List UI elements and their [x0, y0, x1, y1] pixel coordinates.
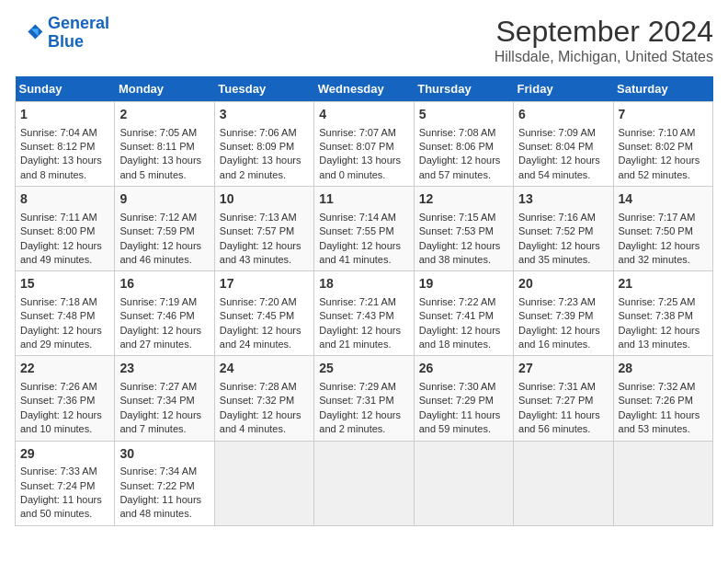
day-info-line: Sunset: 7:55 PM: [319, 224, 408, 238]
day-info-line: Daylight: 13 hours: [119, 154, 209, 167]
day-info-line: Daylight: 11 hours: [119, 493, 209, 507]
day-number: 14: [619, 190, 708, 209]
day-header-wednesday: Wednesday: [314, 76, 414, 102]
calendar-cell: 28Sunrise: 7:32 AMSunset: 7:26 PMDayligh…: [613, 356, 712, 441]
calendar-week-row: 22Sunrise: 7:26 AMSunset: 7:36 PMDayligh…: [16, 356, 713, 441]
day-info-line: and 8 minutes.: [20, 168, 109, 182]
day-info-line: and 0 minutes.: [319, 168, 408, 182]
day-number: 17: [220, 275, 309, 293]
day-number: 29: [20, 445, 109, 464]
day-info-line: Daylight: 11 hours: [419, 408, 508, 422]
calendar-cell: 27Sunrise: 7:31 AMSunset: 7:27 PMDayligh…: [514, 356, 613, 441]
day-info-line: Sunset: 7:24 PM: [20, 479, 109, 493]
day-info-line: Sunrise: 7:13 AM: [220, 211, 309, 224]
day-info-line: Sunrise: 7:31 AM: [518, 380, 608, 394]
day-number: 21: [619, 275, 708, 293]
day-info-line: Sunset: 7:45 PM: [220, 309, 309, 323]
day-info-line: and 53 minutes.: [619, 422, 708, 436]
day-info-line: and 27 minutes.: [119, 338, 209, 351]
day-info-line: Sunset: 7:36 PM: [20, 394, 109, 408]
day-info-line: Sunset: 7:38 PM: [619, 309, 708, 323]
day-number: 22: [20, 360, 109, 378]
day-info-line: Sunrise: 7:34 AM: [119, 465, 209, 478]
day-info-line: Sunrise: 7:32 AM: [619, 380, 708, 394]
day-info-line: Daylight: 12 hours: [20, 324, 109, 338]
day-number: 25: [319, 360, 408, 378]
day-info-line: Sunrise: 7:20 AM: [220, 295, 309, 309]
day-number: 26: [419, 360, 508, 378]
day-info-line: Daylight: 12 hours: [20, 408, 109, 422]
calendar-cell: 8Sunrise: 7:11 AMSunset: 8:00 PMDaylight…: [16, 187, 115, 271]
logo-icon: [15, 18, 44, 48]
day-info-line: Sunset: 7:41 PM: [419, 309, 508, 323]
day-info-line: Daylight: 12 hours: [119, 408, 209, 422]
day-number: 6: [518, 106, 608, 124]
calendar-cell: 13Sunrise: 7:16 AMSunset: 7:52 PMDayligh…: [514, 187, 613, 271]
calendar-cell: 5Sunrise: 7:08 AMSunset: 8:06 PMDaylight…: [414, 102, 513, 187]
calendar-cell: 12Sunrise: 7:15 AMSunset: 7:53 PMDayligh…: [414, 187, 513, 271]
day-info-line: Sunrise: 7:22 AM: [419, 295, 508, 309]
day-info-line: and 43 minutes.: [220, 253, 309, 267]
calendar-cell: 22Sunrise: 7:26 AMSunset: 7:36 PMDayligh…: [16, 356, 115, 441]
day-info-line: and 5 minutes.: [119, 168, 209, 182]
day-info-line: Daylight: 12 hours: [20, 239, 109, 253]
day-info-line: Sunrise: 7:11 AM: [20, 211, 109, 224]
day-number: 12: [419, 190, 508, 209]
day-number: 3: [220, 106, 309, 124]
day-info-line: Daylight: 12 hours: [518, 239, 608, 253]
calendar-cell: 6Sunrise: 7:09 AMSunset: 8:04 PMDaylight…: [514, 102, 613, 187]
day-info-line: and 29 minutes.: [20, 338, 109, 351]
day-info-line: and 10 minutes.: [20, 422, 109, 436]
day-number: 11: [319, 190, 408, 209]
day-info-line: Sunrise: 7:19 AM: [119, 295, 209, 309]
calendar-cell: 11Sunrise: 7:14 AMSunset: 7:55 PMDayligh…: [314, 187, 414, 271]
day-info-line: Sunrise: 7:29 AM: [319, 380, 408, 394]
day-info-line: and 52 minutes.: [619, 168, 708, 182]
calendar-cell: 23Sunrise: 7:27 AMSunset: 7:34 PMDayligh…: [115, 356, 214, 441]
calendar-cell: 9Sunrise: 7:12 AMSunset: 7:59 PMDaylight…: [115, 187, 214, 271]
calendar-table: SundayMondayTuesdayWednesdayThursdayFrid…: [15, 76, 713, 526]
day-info-line: Sunrise: 7:15 AM: [419, 211, 508, 224]
day-info-line: and 32 minutes.: [619, 253, 708, 267]
calendar-cell: 17Sunrise: 7:20 AMSunset: 7:45 PMDayligh…: [214, 271, 313, 356]
day-info-line: Daylight: 12 hours: [319, 324, 408, 338]
day-header-sunday: Sunday: [16, 76, 115, 102]
day-info-line: Sunset: 7:43 PM: [319, 309, 408, 323]
calendar-cell: [613, 441, 712, 525]
day-info-line: Daylight: 11 hours: [619, 408, 708, 422]
day-info-line: and 59 minutes.: [419, 422, 508, 436]
day-info-line: and 50 minutes.: [20, 507, 109, 521]
calendar-cell: 29Sunrise: 7:33 AMSunset: 7:24 PMDayligh…: [16, 441, 115, 525]
day-number: 1: [20, 106, 109, 124]
day-info-line: Sunset: 7:59 PM: [119, 224, 209, 238]
logo: General Blue: [15, 15, 109, 52]
day-info-line: Sunset: 8:07 PM: [319, 140, 408, 154]
day-info-line: Sunset: 7:27 PM: [518, 394, 608, 408]
calendar-cell: 16Sunrise: 7:19 AMSunset: 7:46 PMDayligh…: [115, 271, 214, 356]
day-info-line: and 54 minutes.: [518, 168, 608, 182]
day-info-line: Sunrise: 7:07 AM: [319, 126, 408, 140]
day-info-line: Sunrise: 7:21 AM: [319, 295, 408, 309]
day-info-line: Sunrise: 7:23 AM: [518, 295, 608, 309]
day-header-monday: Monday: [115, 76, 214, 102]
calendar-week-row: 1Sunrise: 7:04 AMSunset: 8:12 PMDaylight…: [16, 102, 713, 187]
day-info-line: Sunrise: 7:04 AM: [20, 126, 109, 140]
day-info-line: Daylight: 12 hours: [619, 154, 708, 167]
calendar-cell: 10Sunrise: 7:13 AMSunset: 7:57 PMDayligh…: [214, 187, 313, 271]
day-info-line: Sunrise: 7:26 AM: [20, 380, 109, 394]
calendar-cell: 18Sunrise: 7:21 AMSunset: 7:43 PMDayligh…: [314, 271, 414, 356]
day-number: 9: [119, 190, 209, 209]
calendar-cell: 15Sunrise: 7:18 AMSunset: 7:48 PMDayligh…: [16, 271, 115, 356]
day-info-line: Daylight: 13 hours: [20, 154, 109, 167]
calendar-cell: 1Sunrise: 7:04 AMSunset: 8:12 PMDaylight…: [16, 102, 115, 187]
day-info-line: Sunrise: 7:10 AM: [619, 126, 708, 140]
day-info-line: and 2 minutes.: [319, 422, 408, 436]
day-info-line: Daylight: 12 hours: [319, 408, 408, 422]
day-info-line: Sunrise: 7:25 AM: [619, 295, 708, 309]
main-title: September 2024: [495, 15, 713, 49]
day-info-line: Sunrise: 7:05 AM: [119, 126, 209, 140]
day-header-saturday: Saturday: [613, 76, 712, 102]
day-info-line: Sunrise: 7:12 AM: [119, 211, 209, 224]
day-info-line: Sunset: 7:57 PM: [220, 224, 309, 238]
day-number: 15: [20, 275, 109, 293]
